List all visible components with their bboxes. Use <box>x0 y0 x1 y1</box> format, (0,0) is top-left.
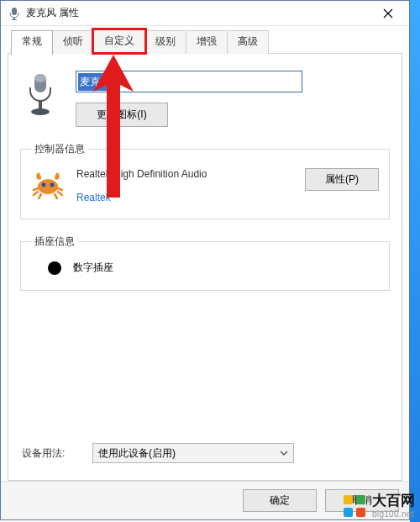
page-right-edge <box>410 0 420 522</box>
ok-button[interactable]: 确定 <box>243 489 317 512</box>
chevron-down-icon <box>280 449 288 457</box>
jack-color-dot <box>48 261 61 275</box>
watermark-brand: 大百网 <box>372 493 415 509</box>
svg-rect-4 <box>34 74 46 82</box>
svg-rect-11 <box>356 495 365 504</box>
device-usage-label: 设备用法: <box>22 446 81 461</box>
tab-strip: 常规 侦听 自定义 级别 增强 高级 <box>11 29 402 53</box>
tab-listen[interactable]: 侦听 <box>52 30 94 54</box>
jack-label: 数字插座 <box>73 261 113 275</box>
tab-panel-general: 麦克风 更改图标(I) 控制器信息 <box>8 53 402 481</box>
jack-info-legend: 插座信息 <box>31 235 78 249</box>
watermark-logo-icon <box>342 493 367 519</box>
client-area: 常规 侦听 自定义 级别 增强 高级 <box>1 26 409 481</box>
microphone-icon <box>8 7 21 20</box>
controller-info-legend: 控制器信息 <box>31 142 88 156</box>
close-button[interactable] <box>370 2 406 25</box>
svg-rect-12 <box>344 508 353 517</box>
tab-levels[interactable]: 级别 <box>144 30 186 54</box>
tab-custom[interactable]: 自定义 <box>93 29 145 53</box>
svg-rect-0 <box>12 8 17 15</box>
device-usage-selected: 使用此设备(启用) <box>98 446 176 461</box>
realtek-crab-icon <box>31 168 65 202</box>
device-name-field-wrap: 麦克风 <box>76 71 302 92</box>
change-icon-button[interactable]: 更改图标(I) <box>76 103 168 127</box>
controller-vendor-link[interactable]: Realtek <box>76 192 293 203</box>
svg-rect-13 <box>356 508 365 517</box>
device-usage-row: 设备用法: 使用此设备(启用) <box>22 443 390 463</box>
close-icon <box>383 8 393 18</box>
jack-info-group: 插座信息 数字插座 <box>20 235 390 291</box>
svg-point-8 <box>42 183 46 187</box>
titlebar: 麦克风 属性 <box>1 1 409 26</box>
watermark: 大百网 big100.net <box>342 493 415 519</box>
device-name-selection: 麦克风 <box>78 73 112 91</box>
svg-point-7 <box>38 179 58 194</box>
svg-rect-10 <box>344 495 353 504</box>
controller-properties-button[interactable]: 属性(P) <box>305 168 379 191</box>
tab-advanced[interactable]: 高级 <box>227 30 269 54</box>
svg-rect-1 <box>13 18 15 19</box>
controller-info-group: 控制器信息 Realtek High Definition <box>20 142 390 219</box>
controller-name: Realtek High Definition Audio <box>76 168 293 180</box>
properties-dialog: 麦克风 属性 常规 侦听 自定义 级别 增强 高级 <box>0 0 410 520</box>
tab-enhancements[interactable]: 增强 <box>186 30 228 54</box>
device-usage-dropdown[interactable]: 使用此设备(启用) <box>92 443 294 463</box>
tab-general[interactable]: 常规 <box>11 30 53 55</box>
svg-rect-5 <box>39 101 42 109</box>
device-large-icon <box>20 71 60 118</box>
svg-rect-2 <box>12 19 17 20</box>
watermark-url: big100.net <box>372 509 415 519</box>
svg-point-9 <box>50 183 55 187</box>
svg-point-6 <box>31 108 50 115</box>
window-title: 麦克风 属性 <box>26 6 370 20</box>
